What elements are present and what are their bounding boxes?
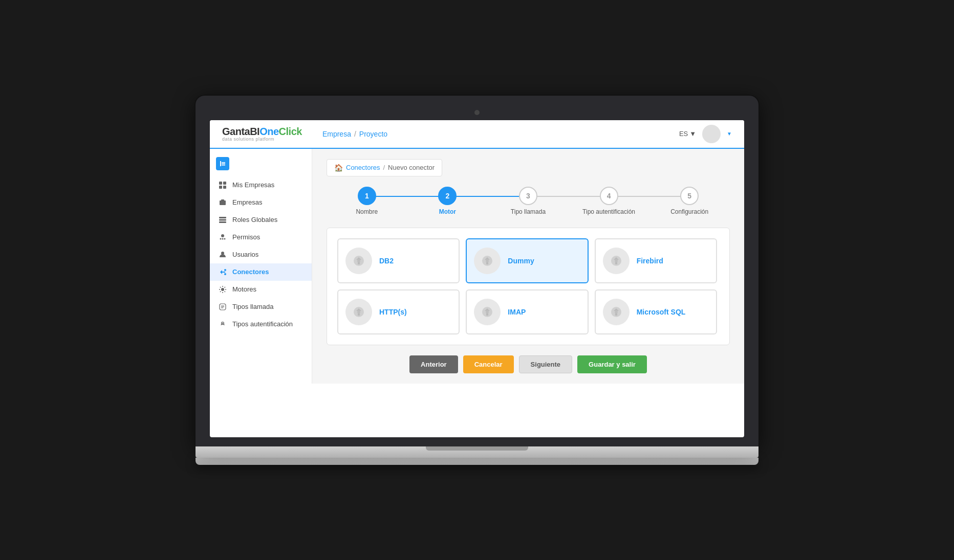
sidebar-item-tipos-llamada[interactable]: Tipos llamada	[210, 298, 312, 316]
motor-card-microsoft-sql[interactable]: Microsoft SQL	[595, 289, 717, 334]
svg-point-32	[486, 310, 489, 313]
action-bar: Anterior Cancelar Siguiente Guardar y sa…	[327, 355, 730, 373]
svg-rect-6	[219, 186, 222, 189]
motor-card-imap[interactable]: IMAP	[466, 289, 588, 334]
nav-right: ES ▼ ▼	[679, 125, 732, 143]
sidebar-label-empresas: Empresas	[232, 198, 263, 206]
sidebar-item-mis-empresas[interactable]: Mis Empresas	[210, 176, 312, 194]
motor-logo-https	[345, 299, 372, 325]
sidebar-label-conectores: Conectores	[232, 268, 269, 276]
svg-rect-9	[221, 199, 224, 201]
permisos-icon	[218, 233, 227, 242]
breadcrumb-separator: /	[383, 164, 385, 171]
breadcrumb-link[interactable]: Conectores	[346, 164, 380, 171]
motor-logo-firebird	[603, 248, 630, 274]
breadcrumb-current: Nuevo conector	[388, 164, 435, 171]
step-3: 3Tipo llamada	[488, 187, 569, 215]
guardar-button[interactable]: Guardar y salir	[577, 355, 647, 373]
laptop-base	[196, 446, 758, 458]
sidebar-label-tipos-llamada: Tipos llamada	[232, 303, 273, 310]
svg-point-14	[220, 238, 222, 239]
svg-point-19	[224, 273, 226, 275]
logo: GantaBIOneClick data solutions platform	[222, 126, 302, 142]
step-circle-5: 5	[680, 187, 699, 205]
mis-empresas-icon	[218, 181, 227, 190]
motor-name-firebird: Firebird	[637, 257, 663, 265]
svg-point-22	[222, 323, 223, 324]
sidebar-label-permisos: Permisos	[232, 233, 260, 241]
camera	[474, 110, 480, 115]
siguiente-button[interactable]: Siguiente	[519, 355, 573, 373]
motor-name-db2: DB2	[379, 257, 394, 265]
motores-icon	[218, 285, 227, 294]
sidebar-label-usuarios: Usuarios	[232, 251, 258, 258]
motor-card-dummy[interactable]: Dummy	[466, 238, 588, 283]
motor-card-firebird[interactable]: Firebird	[595, 238, 717, 283]
cancelar-button[interactable]: Cancelar	[463, 355, 514, 373]
tipos-llamada-icon	[218, 302, 227, 311]
motor-name-https: HTTP(s)	[379, 308, 407, 316]
avatar-caret[interactable]: ▼	[727, 131, 732, 137]
step-circle-2: 2	[438, 187, 457, 205]
logo-one: One	[259, 126, 278, 137]
empresas-icon	[218, 198, 227, 207]
nav-empresa[interactable]: Empresa	[322, 130, 351, 138]
step-1: 1Nombre	[327, 187, 407, 215]
sidebar-label-tipos-autenticacion: Tipos autentificación	[232, 320, 293, 328]
avatar[interactable]	[702, 125, 721, 143]
breadcrumb: 🏠 Conectores / Nuevo conector	[327, 159, 442, 176]
step-2: 2Motor	[407, 187, 488, 215]
svg-point-34	[615, 310, 618, 313]
motor-card-db2[interactable]: DB2	[337, 238, 460, 283]
logo-click: Click	[279, 126, 302, 137]
svg-rect-10	[219, 217, 226, 218]
sidebar-item-permisos[interactable]: Permisos	[210, 229, 312, 246]
svg-rect-11	[219, 219, 226, 220]
sidebar: Mis Empresas Empresas Role	[210, 149, 312, 384]
lang-selector[interactable]: ES ▼	[679, 130, 696, 138]
step-5: 5Configuración	[649, 187, 730, 215]
motor-card-https[interactable]: HTTP(s)	[337, 289, 460, 334]
nav-proyecto[interactable]: Proyecto	[359, 130, 387, 138]
svg-rect-4	[219, 182, 222, 185]
usuarios-icon	[218, 250, 227, 259]
svg-point-18	[224, 269, 226, 271]
svg-rect-8	[220, 200, 226, 205]
motor-grid: DB2 Dummy Firebird HTTP(s) IMAP Microsof…	[337, 238, 719, 334]
sidebar-item-tipos-autenticacion[interactable]: Tipos autentificación	[210, 316, 312, 333]
nav-sep1: /	[354, 130, 356, 138]
anterior-button[interactable]: Anterior	[409, 355, 458, 373]
motor-name-microsoft-sql: Microsoft SQL	[637, 308, 686, 316]
stepper: 1Nombre2Motor3Tipo llamada4Tipo autentif…	[327, 187, 730, 215]
sidebar-label-mis-empresas: Mis Empresas	[232, 181, 274, 189]
sidebar-item-empresas[interactable]: Empresas	[210, 194, 312, 211]
svg-rect-3	[222, 165, 225, 166]
sidebar-item-usuarios[interactable]: Usuarios	[210, 246, 312, 263]
motor-name-dummy: Dummy	[508, 257, 534, 265]
sidebar-item-conectores[interactable]: Conectores	[210, 263, 312, 281]
svg-point-28	[615, 259, 618, 262]
sidebar-collapse-button[interactable]	[216, 157, 229, 170]
step-label-5: Configuración	[670, 208, 708, 215]
sidebar-item-roles-globales[interactable]: Roles Globales	[210, 211, 312, 229]
step-4: 4Tipo autentificación	[569, 187, 649, 215]
top-nav: GantaBIOneClick data solutions platform …	[210, 120, 744, 149]
content-area: 🏠 Conectores / Nuevo conector 1Nombre2Mo…	[312, 149, 744, 384]
sidebar-label-roles-globales: Roles Globales	[232, 216, 277, 223]
svg-point-26	[486, 259, 489, 262]
step-circle-1: 1	[358, 187, 376, 205]
step-label-1: Nombre	[356, 208, 378, 215]
conectores-icon	[218, 267, 227, 277]
sidebar-item-motores[interactable]: Motores	[210, 281, 312, 298]
svg-rect-12	[219, 221, 226, 223]
svg-rect-7	[223, 186, 226, 189]
roles-globales-icon	[218, 215, 227, 225]
motor-logo-db2	[345, 248, 372, 274]
nav-links: Empresa / Proyecto	[322, 130, 387, 138]
svg-rect-0	[220, 161, 221, 166]
step-circle-3: 3	[519, 187, 537, 205]
step-label-2: Motor	[439, 208, 456, 215]
svg-point-15	[222, 238, 224, 239]
breadcrumb-home-icon: 🏠	[334, 164, 343, 172]
logo-text-gantabi: GantaBI	[222, 126, 259, 137]
